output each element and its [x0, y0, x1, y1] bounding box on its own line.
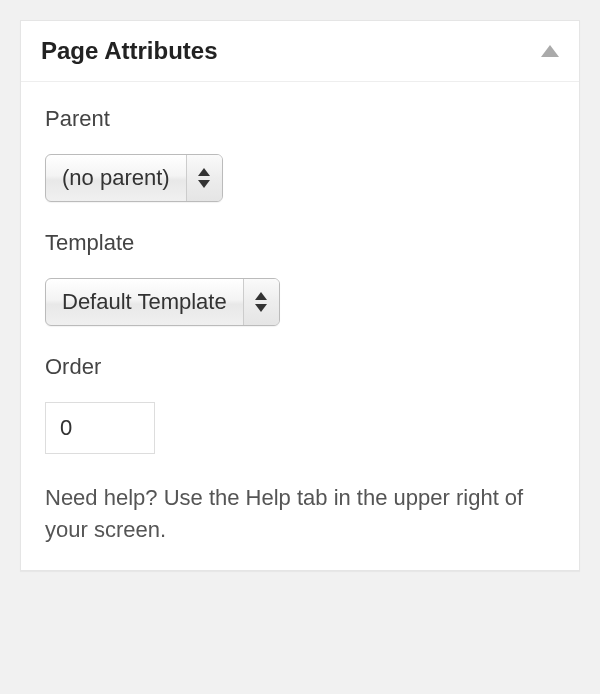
order-field-group: Order	[45, 354, 555, 454]
select-stepper-icon	[186, 155, 222, 201]
template-select-value: Default Template	[46, 279, 243, 325]
chevron-up-icon	[198, 168, 210, 176]
page-attributes-metabox: Page Attributes Parent (no parent) Templ…	[20, 20, 580, 571]
metabox-header[interactable]: Page Attributes	[21, 21, 579, 82]
help-text: Need help? Use the Help tab in the upper…	[45, 482, 555, 546]
template-field-group: Template Default Template	[45, 230, 555, 326]
order-input[interactable]	[45, 402, 155, 454]
order-label: Order	[45, 354, 555, 380]
parent-field-group: Parent (no parent)	[45, 106, 555, 202]
template-select[interactable]: Default Template	[45, 278, 280, 326]
chevron-up-icon	[255, 292, 267, 300]
template-label: Template	[45, 230, 555, 256]
parent-label: Parent	[45, 106, 555, 132]
chevron-down-icon	[255, 304, 267, 312]
metabox-title: Page Attributes	[41, 37, 217, 65]
metabox-body: Parent (no parent) Template Default Temp…	[21, 82, 579, 570]
parent-select[interactable]: (no parent)	[45, 154, 223, 202]
chevron-down-icon	[198, 180, 210, 188]
collapse-toggle-icon[interactable]	[541, 45, 559, 57]
select-stepper-icon	[243, 279, 279, 325]
parent-select-value: (no parent)	[46, 155, 186, 201]
